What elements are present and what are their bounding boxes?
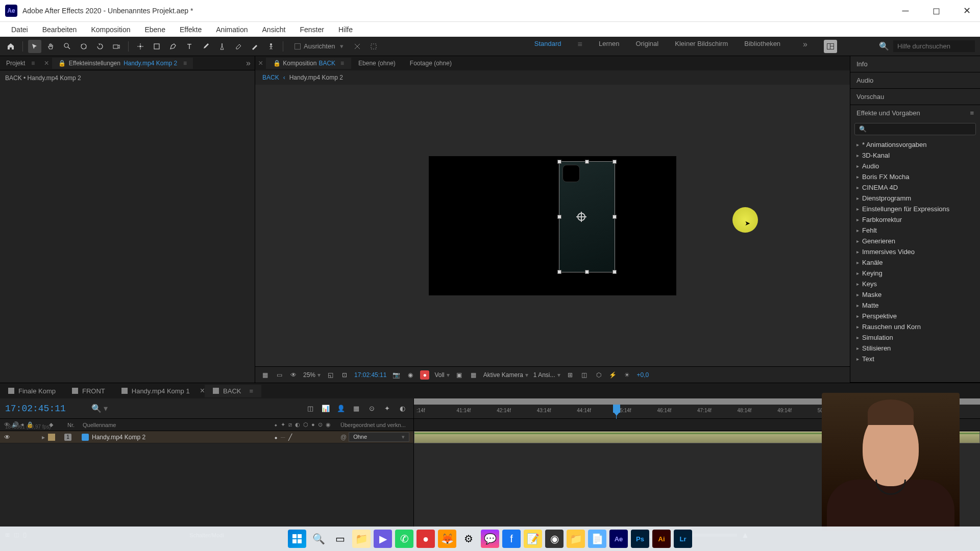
menu-bearbeiten[interactable]: Bearbeiten (35, 23, 84, 36)
roto-tool[interactable] (248, 40, 261, 53)
menu-datei[interactable]: Datei (4, 23, 35, 36)
effect-category[interactable]: ▸Maske (850, 289, 980, 300)
col-nr[interactable]: Nr. (63, 422, 79, 428)
effects-search[interactable]: 🔍 (854, 123, 976, 135)
snap-option-icon[interactable] (351, 40, 364, 53)
timecode-icon[interactable]: ⊡ (340, 370, 349, 380)
layer-collapse-icon[interactable]: ⬥ (274, 434, 278, 441)
workspace-original[interactable]: Original (635, 40, 658, 53)
parent-dropdown[interactable]: Ohne ▾ (349, 432, 409, 442)
mask-icon[interactable]: 👁 (289, 370, 298, 380)
resolution-icon[interactable]: ◱ (326, 370, 335, 380)
tl-graph-icon[interactable]: 📊 (320, 404, 332, 414)
layer-visibility-icon[interactable]: 👁 (4, 434, 11, 441)
taskbar-messenger[interactable]: 💬 (481, 530, 499, 548)
taskbar-facebook[interactable]: f (502, 530, 521, 548)
tab-footage[interactable]: Footage (ohne) (403, 58, 459, 69)
puppet-tool[interactable] (264, 40, 278, 53)
bounds-icon[interactable] (367, 40, 380, 53)
handle-tr[interactable] (612, 160, 617, 164)
guides-icon[interactable]: ▭ (275, 370, 284, 380)
effect-category[interactable]: ▸Boris FX Mocha (850, 171, 980, 182)
col-name[interactable]: Quellenname (79, 422, 274, 428)
taskbar-explorer[interactable]: 📁 (352, 530, 371, 548)
layer-expand-icon[interactable]: ▸ (42, 434, 45, 441)
brush-tool[interactable] (199, 40, 212, 53)
effect-category[interactable]: ▸3D-Kanal (850, 150, 980, 161)
text-tool[interactable]: T (183, 40, 196, 53)
handle-ml[interactable] (557, 215, 561, 219)
views-dropdown[interactable]: 1 Ansi... ▾ (533, 371, 560, 379)
breadcrumb-root[interactable]: BACK (262, 74, 279, 81)
menu-hilfe[interactable]: Hilfe (331, 23, 360, 36)
effect-category[interactable]: ▸Immersives Video (850, 246, 980, 257)
effect-category[interactable]: ▸Farbkorrektur (850, 214, 980, 225)
handle-br[interactable] (612, 270, 617, 274)
layer-name[interactable]: Handy.mp4 Komp 2 (92, 434, 145, 441)
effect-category[interactable]: ▸Generieren (850, 236, 980, 246)
taskbar-whatsapp[interactable]: ✆ (395, 530, 413, 548)
playhead[interactable] (613, 405, 620, 413)
timeline-timecode[interactable]: 17:02:45:11 (5, 404, 66, 414)
workspace-standard[interactable]: Standard (534, 40, 561, 53)
anchor-point[interactable] (577, 213, 585, 221)
menu-komposition[interactable]: Komposition (84, 23, 137, 36)
composition-canvas[interactable] (429, 156, 676, 295)
workspace-icon[interactable] (824, 40, 837, 53)
renderer-icon[interactable]: ⬡ (594, 370, 603, 380)
col-parent[interactable]: Übergeordnet und verkn... (340, 422, 409, 428)
panel-effects[interactable]: Effekte und Vorgaben≡ (850, 105, 980, 121)
orbit-tool[interactable] (77, 40, 90, 53)
camera-tool[interactable] (110, 40, 123, 53)
effect-category[interactable]: ▸Matte (850, 300, 980, 311)
timeline-tab-2[interactable]: Handy.mp4 Komp 1 (113, 385, 198, 397)
timeline-layer-1[interactable]: 👁 ▸ 1 Handy.mp4 Komp 2 ⬥ ─ ╱ @ Ohne ▾ (0, 431, 413, 443)
shape-tool[interactable] (150, 40, 163, 53)
taskbar-notes[interactable]: 📝 (524, 530, 542, 548)
tl-comp-icon[interactable]: ◫ (304, 404, 316, 414)
taskbar-app-3[interactable]: ⚙ (459, 530, 478, 548)
viewer-timecode[interactable]: 17:02:45:11 (354, 371, 386, 379)
viewer[interactable]: ➤ (255, 85, 850, 366)
selected-layer[interactable] (559, 161, 615, 272)
start-button[interactable] (288, 530, 306, 548)
close-button[interactable]: ✕ (959, 3, 975, 19)
render-icon[interactable]: ⊞ (566, 370, 575, 380)
exposure-icon[interactable]: ☀ (623, 370, 632, 380)
effect-category[interactable]: ▸Kanäle (850, 257, 980, 268)
panel-info[interactable]: Info (850, 56, 980, 72)
home-tool[interactable] (4, 40, 17, 53)
taskbar-notepad[interactable]: 📄 (588, 530, 606, 548)
workspace-kleiner[interactable]: Kleiner Bildschirm (675, 40, 728, 53)
timeline-tab-3[interactable]: BACK≡ (205, 385, 261, 397)
rotate-tool[interactable] (93, 40, 107, 53)
effect-category[interactable]: ▸* Animationsvorgaben (850, 139, 980, 150)
effect-category[interactable]: ▸Perspektive (850, 311, 980, 321)
fastpreview-icon[interactable]: ⚡ (608, 370, 618, 380)
zoom-dropdown[interactable]: 25% ▾ (303, 371, 321, 379)
effect-category[interactable]: ▸Fehlt (850, 225, 980, 236)
panel-preview[interactable]: Vorschau (850, 89, 980, 105)
effect-category[interactable]: ▸Keys (850, 279, 980, 289)
draft3d-icon[interactable]: ◫ (580, 370, 589, 380)
menu-effekte[interactable]: Effekte (173, 23, 209, 36)
effect-category[interactable]: ▸Rauschen und Korn (850, 321, 980, 332)
taskbar-taskview[interactable]: ▭ (331, 530, 349, 548)
taskbar-app-2[interactable]: ● (416, 530, 435, 548)
effect-category[interactable]: ▸Stilisieren (850, 343, 980, 354)
tl-motionblur-icon[interactable]: ⊙ (365, 404, 378, 414)
tl-brainstorm-icon[interactable]: ✦ (381, 404, 393, 414)
effect-category[interactable]: ▸CINEMA 4D (850, 182, 980, 193)
effect-category[interactable]: ▸Dienstprogramm (850, 193, 980, 204)
timeline-search[interactable]: 🔍▾ (91, 404, 108, 413)
tl-shy-icon[interactable]: 👤 (335, 404, 347, 414)
taskbar-firefox[interactable]: 🦊 (438, 530, 456, 548)
selection-tool[interactable] (28, 40, 41, 53)
anchor-tool[interactable] (134, 40, 147, 53)
effect-category[interactable]: ▸Simulation (850, 332, 980, 343)
menu-ebene[interactable]: Ebene (137, 23, 172, 36)
color-icon[interactable]: ● (420, 370, 429, 380)
effect-category[interactable]: ▸Einstellungen für Expressions (850, 204, 980, 214)
taskbar-ae[interactable]: Ae (609, 530, 628, 548)
taskbar-folder[interactable]: 📁 (567, 530, 585, 548)
